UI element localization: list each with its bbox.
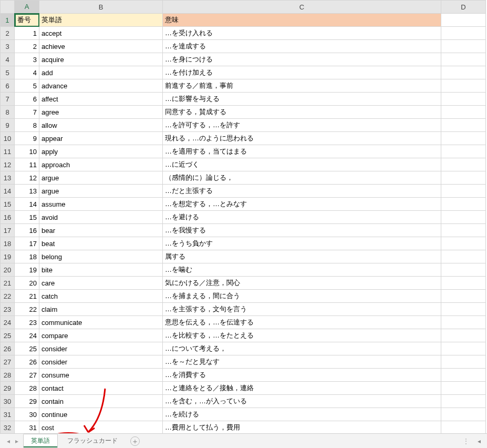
cell-number[interactable]: 23	[15, 316, 39, 329]
row-header[interactable]: 12	[1, 158, 15, 171]
cell-D1[interactable]	[441, 14, 486, 27]
cell-word[interactable]: argue	[39, 185, 163, 198]
cell-number[interactable]: 20	[15, 277, 39, 290]
cell-meaning[interactable]: …を比較する，…をたとえる	[163, 329, 441, 342]
cell-number[interactable]: 30	[15, 408, 39, 421]
cell-meaning[interactable]: 意思を伝える，…を伝達する	[163, 316, 441, 329]
row-header[interactable]: 27	[1, 355, 15, 369]
tab-bar-grip-icon[interactable]: ⋮	[463, 437, 470, 445]
row-header[interactable]: 5	[1, 66, 15, 79]
cell-meaning[interactable]: …を付け加える	[163, 66, 441, 79]
cell-number[interactable]: 10	[15, 145, 39, 158]
cell-word[interactable]: bite	[39, 263, 163, 277]
cell-number[interactable]: 17	[15, 237, 39, 250]
row-header[interactable]: 14	[1, 185, 15, 198]
sheet-tab-second[interactable]: フラッシュカード	[60, 434, 125, 447]
cell-word[interactable]: consider	[39, 355, 163, 369]
row-header[interactable]: 2	[1, 27, 15, 40]
cell-meaning[interactable]: …について考える，	[163, 342, 441, 355]
cell-empty[interactable]	[441, 211, 486, 224]
cell-empty[interactable]	[441, 93, 486, 106]
cell-empty[interactable]	[441, 119, 486, 132]
row-header[interactable]: 24	[1, 316, 15, 329]
cell-number[interactable]: 21	[15, 290, 39, 303]
cell-empty[interactable]	[441, 382, 486, 395]
cell-word[interactable]: approach	[39, 158, 163, 171]
row-header[interactable]: 10	[1, 132, 15, 145]
cell-number[interactable]: 24	[15, 329, 39, 342]
cell-empty[interactable]	[441, 27, 486, 40]
cell-meaning[interactable]: …費用として払う，費用	[163, 421, 441, 434]
cell-empty[interactable]	[441, 342, 486, 355]
cell-meaning[interactable]: …を含む，…が入っている	[163, 395, 441, 408]
row-header[interactable]: 30	[1, 395, 15, 408]
cell-empty[interactable]	[441, 303, 486, 316]
cell-number[interactable]: 1	[15, 27, 39, 40]
cell-word[interactable]: catch	[39, 290, 163, 303]
cell-meaning[interactable]: 現れる，…のように思われる	[163, 132, 441, 145]
cell-number[interactable]: 11	[15, 158, 39, 171]
cell-meaning[interactable]: …を～だと見なす	[163, 355, 441, 369]
cell-word[interactable]: argue	[39, 171, 163, 185]
row-header[interactable]: 19	[1, 250, 15, 263]
cell-word[interactable]: belong	[39, 250, 163, 263]
cell-empty[interactable]	[441, 277, 486, 290]
cell-empty[interactable]	[441, 145, 486, 158]
row-header[interactable]: 1	[1, 14, 15, 27]
cell-word[interactable]: consider	[39, 342, 163, 355]
row-header[interactable]: 8	[1, 106, 15, 119]
cell-meaning[interactable]: …だと主張する	[163, 185, 441, 198]
cell-word[interactable]: care	[39, 277, 163, 290]
cell-meaning[interactable]: 前進する／前進，事前	[163, 79, 441, 93]
cell-meaning[interactable]: …を達成する	[163, 40, 441, 53]
cell-empty[interactable]	[441, 263, 486, 277]
cell-empty[interactable]	[441, 237, 486, 250]
cell-empty[interactable]	[441, 66, 486, 79]
cell-empty[interactable]	[441, 355, 486, 369]
row-header[interactable]: 13	[1, 171, 15, 185]
cell-word[interactable]: allow	[39, 119, 163, 132]
cell-meaning[interactable]: …を主張する，文句を言う	[163, 303, 441, 316]
cell-word[interactable]: bear	[39, 224, 163, 237]
cell-empty[interactable]	[441, 395, 486, 408]
row-header[interactable]: 17	[1, 224, 15, 237]
horizontal-scroll-left-icon[interactable]: ◂	[475, 437, 483, 445]
row-header[interactable]: 9	[1, 119, 15, 132]
cell-meaning[interactable]: …と連絡をとる／接触，連絡	[163, 382, 441, 395]
row-header[interactable]: 29	[1, 382, 15, 395]
row-header[interactable]: 3	[1, 40, 15, 53]
cell-word[interactable]: apply	[39, 145, 163, 158]
cell-word[interactable]: avoid	[39, 211, 163, 224]
cell-number[interactable]: 13	[15, 185, 39, 198]
cell-number[interactable]: 3	[15, 53, 39, 66]
cell-number[interactable]: 9	[15, 132, 39, 145]
cell-number[interactable]: 14	[15, 198, 39, 211]
cell-empty[interactable]	[441, 53, 486, 66]
cell-word[interactable]: consume	[39, 369, 163, 382]
cell-empty[interactable]	[441, 171, 486, 185]
cell-meaning[interactable]: …を適用する，当てはまる	[163, 145, 441, 158]
cell-empty[interactable]	[441, 421, 486, 434]
cell-meaning[interactable]: …を噛む	[163, 263, 441, 277]
row-header[interactable]: 26	[1, 342, 15, 355]
cell-meaning[interactable]: …を捕まえる，間に合う	[163, 290, 441, 303]
cell-word[interactable]: add	[39, 66, 163, 79]
cell-number[interactable]: 2	[15, 40, 39, 53]
cell-empty[interactable]	[441, 408, 486, 421]
cell-word[interactable]: communicate	[39, 316, 163, 329]
cell-number[interactable]: 19	[15, 263, 39, 277]
cell-meaning[interactable]: …に近づく	[163, 158, 441, 171]
cell-number[interactable]: 26	[15, 355, 39, 369]
cell-word[interactable]: compare	[39, 329, 163, 342]
row-header[interactable]: 22	[1, 290, 15, 303]
cell-number[interactable]: 25	[15, 342, 39, 355]
sheet-tab-active[interactable]: 英単語	[23, 434, 58, 448]
cell-C1[interactable]: 意味	[163, 14, 441, 27]
column-header-A[interactable]: A	[15, 1, 39, 14]
cell-empty[interactable]	[441, 369, 486, 382]
column-header-C[interactable]: C	[163, 1, 441, 14]
cell-word[interactable]: assume	[39, 198, 163, 211]
cell-number[interactable]: 27	[15, 369, 39, 382]
cell-meaning[interactable]: 属する	[163, 250, 441, 263]
cell-number[interactable]: 6	[15, 93, 39, 106]
